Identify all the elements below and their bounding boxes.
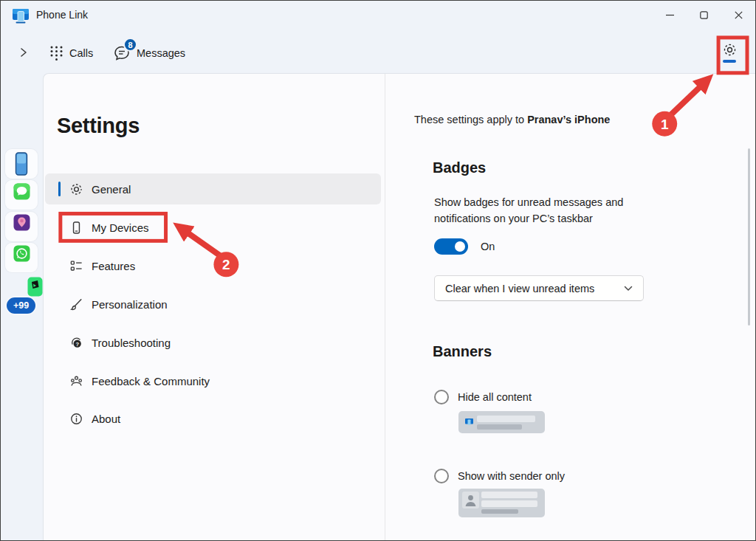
app-rail: +99 <box>1 73 43 540</box>
titlebar: Phone Link <box>1 1 755 29</box>
nav-item-my-devices[interactable]: My Devices <box>45 212 381 243</box>
more-apps-badge[interactable]: +99 <box>5 296 37 315</box>
preview-text-bar <box>477 416 535 422</box>
dialpad-icon <box>49 45 63 61</box>
badges-toggle[interactable] <box>434 238 468 255</box>
nav-item-label: Features <box>92 260 135 272</box>
banner-preview-sender-only <box>458 489 545 517</box>
preview-text-bar <box>477 424 522 430</box>
brush-icon <box>69 297 83 311</box>
badges-description: Show badges for unread messages and noti… <box>434 194 656 227</box>
settings-active-indicator <box>723 60 736 63</box>
nav-item-feedback-community[interactable]: Feedback & Community <box>45 365 381 396</box>
gear-icon <box>722 42 738 58</box>
applies-to-line: These settings apply toPranav’s iPhone <box>414 114 610 125</box>
people-icon <box>69 374 83 388</box>
radio-hide-all-content[interactable]: Hide all content <box>434 390 532 404</box>
phone-link-logo-icon <box>11 6 30 25</box>
features-icon <box>69 259 83 273</box>
phone-icon <box>69 221 83 235</box>
nav-item-label: Feedback & Community <box>92 375 210 387</box>
nav-item-features[interactable]: Features <box>45 250 381 281</box>
gear-icon <box>69 182 83 196</box>
page-title: Settings <box>57 114 140 138</box>
nav-item-label: Troubleshooting <box>92 337 171 349</box>
nav-item-personalization[interactable]: Personalization <box>45 289 381 320</box>
radio-icon <box>434 469 449 483</box>
iphone-device-icon[interactable] <box>13 152 30 176</box>
maximize-button[interactable] <box>687 1 721 29</box>
avatar-icon <box>462 492 479 509</box>
photos-app-icon[interactable] <box>27 277 43 297</box>
minimize-icon <box>666 11 674 19</box>
device-name: Pranav’s iPhone <box>527 114 610 125</box>
badges-heading: Badges <box>433 159 486 176</box>
toolbar: Calls 8 Messages <box>1 33 755 73</box>
nav-item-label: General <box>92 183 131 196</box>
badge-clear-dropdown[interactable]: Clear when I view unread items <box>434 275 644 301</box>
radio-label: Show with sender only <box>458 470 565 482</box>
selected-accent-bar <box>58 182 61 196</box>
close-icon <box>735 11 743 19</box>
tab-calls[interactable]: Calls <box>49 39 93 67</box>
phone-link-window: Phone Link Calls <box>0 0 756 541</box>
svg-text:?: ? <box>75 341 79 348</box>
nav-item-general[interactable]: General <box>45 173 381 204</box>
banners-heading: Banners <box>433 343 492 360</box>
radio-icon <box>434 390 449 404</box>
nav-item-label: My Devices <box>92 221 149 234</box>
toggle-state-label: On <box>481 241 495 252</box>
whatsapp-app-icon[interactable] <box>13 245 30 262</box>
preview-text-bar <box>481 500 537 507</box>
find-my-app-icon[interactable] <box>13 214 30 231</box>
messages-unread-badge: 8 <box>123 38 137 52</box>
banner-preview-hide-content <box>458 411 545 433</box>
messages-app-icon[interactable] <box>13 183 30 200</box>
chevron-down-icon <box>624 286 633 292</box>
expand-panel-button[interactable] <box>13 39 33 66</box>
panel-divider <box>385 74 385 540</box>
minimize-button[interactable] <box>653 1 687 29</box>
tab-messages-label: Messages <box>137 47 185 59</box>
preview-text-bar <box>481 492 537 498</box>
help-chat-icon: ? <box>69 336 83 350</box>
nav-item-label: Personalization <box>92 298 168 311</box>
nav-item-troubleshooting[interactable]: ? Troubleshooting <box>45 327 381 358</box>
window-title: Phone Link <box>36 9 88 21</box>
settings-gear-button[interactable] <box>715 38 743 67</box>
nav-item-about[interactable]: About <box>45 403 381 434</box>
applies-to-prefix: These settings apply to <box>414 114 524 125</box>
dropdown-value: Clear when I view unread items <box>445 283 594 294</box>
close-button[interactable] <box>721 1 755 29</box>
mini-phone-link-icon <box>464 418 474 427</box>
radio-label: Hide all content <box>458 391 532 403</box>
nav-item-label: About <box>92 413 120 425</box>
maximize-icon <box>700 11 708 19</box>
expand-chevron-icon <box>18 47 28 58</box>
scrollbar[interactable] <box>748 148 750 325</box>
radio-show-with-sender[interactable]: Show with sender only <box>434 469 565 483</box>
tab-calls-label: Calls <box>69 47 93 59</box>
info-icon <box>69 412 83 426</box>
tab-messages[interactable]: 8 Messages <box>113 39 185 67</box>
toggle-knob <box>455 241 465 252</box>
preview-text-bar <box>481 509 518 514</box>
